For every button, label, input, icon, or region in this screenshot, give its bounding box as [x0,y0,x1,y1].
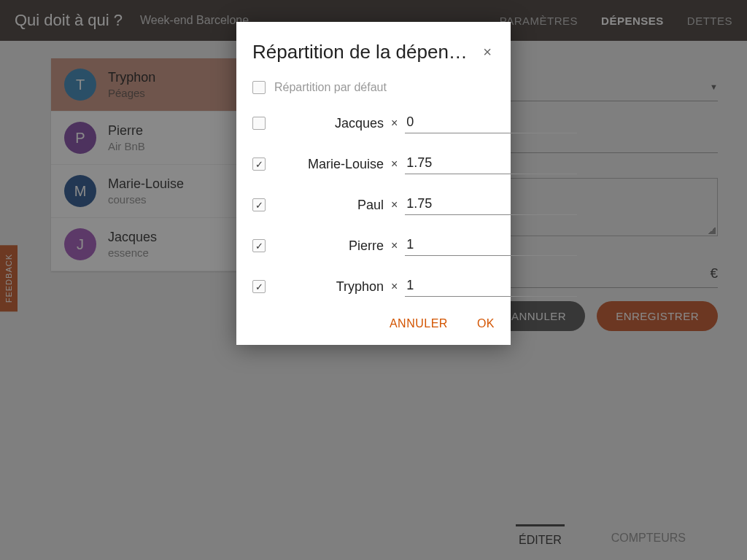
person-name: Marie-Louise [280,157,384,172]
person-checkbox[interactable] [252,239,266,252]
person-checkbox[interactable] [252,198,266,211]
multiply-icon: × [391,239,398,252]
modal-title: Répartition de la dépen… [252,41,468,63]
person-weight-input[interactable] [405,113,577,133]
modal-actions: ANNULER OK [252,317,495,330]
modal-title-row: Répartition de la dépen… × [252,41,495,63]
person-weight-input[interactable] [405,154,577,174]
repartition-modal: Répartition de la dépen… × Répartition p… [236,22,511,345]
person-name: Jacques [280,116,384,131]
person-weight-input[interactable] [405,236,577,256]
person-checkbox[interactable] [252,158,266,171]
people-rows: Jacques×Marie-Louise×Paul×Pierre×Tryphon… [252,113,495,297]
person-row: Jacques× [252,113,495,133]
multiply-icon: × [391,158,398,171]
close-icon[interactable]: × [480,44,495,61]
person-weight-input[interactable] [405,276,577,297]
person-checkbox[interactable] [252,117,266,130]
person-row: Pierre× [252,236,495,256]
person-name: Tryphon [280,279,384,295]
person-row: Paul× [252,195,495,215]
multiply-icon: × [391,198,398,211]
default-repartition-label: Répartition par défaut [274,81,387,94]
person-checkbox[interactable] [252,280,266,293]
default-repartition-row[interactable]: Répartition par défaut [252,81,495,94]
multiply-icon: × [391,280,398,293]
person-name: Paul [280,198,384,213]
person-name: Pierre [280,238,384,254]
person-row: Tryphon× [252,276,495,297]
person-weight-input[interactable] [405,195,577,215]
modal-cancel-button[interactable]: ANNULER [390,317,448,330]
modal-ok-button[interactable]: OK [477,317,495,330]
person-row: Marie-Louise× [252,154,495,174]
multiply-icon: × [391,117,398,130]
default-repartition-checkbox[interactable] [252,81,266,94]
